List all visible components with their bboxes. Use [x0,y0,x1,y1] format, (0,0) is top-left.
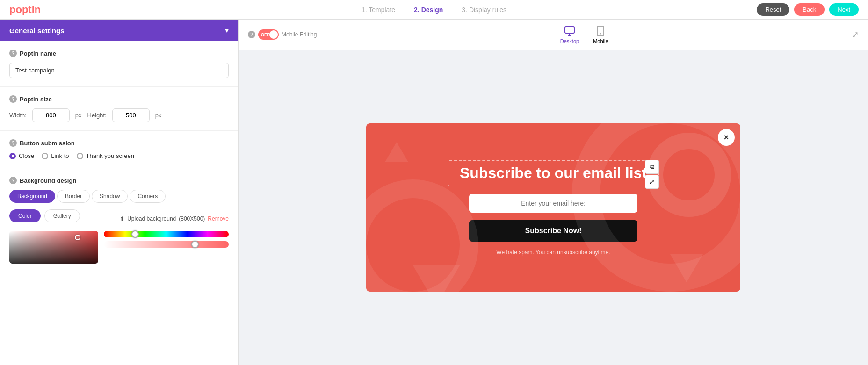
color-sliders [104,231,229,248]
desktop-btn[interactable]: Desktop [560,25,579,44]
deco-tri-3 [385,142,408,162]
logo-text: poptin [9,4,41,15]
height-unit: px [155,112,162,119]
color-gallery-upload-row: Color Gallery ⬆ Upload background (800X5… [9,209,229,228]
rainbow-slider[interactable] [104,231,229,237]
button-submission-section: ? Button submission Close Link to Thank … [0,131,238,168]
remove-label[interactable]: Remove [208,215,229,222]
help-icon-size[interactable]: ? [9,95,17,103]
collapse-icon[interactable]: ▾ [225,26,229,35]
step-2: 2. Design [414,6,443,14]
panel-title: General settings [9,27,65,35]
reset-button[interactable]: Reset [757,3,789,16]
nav-buttons: Reset Back Next [757,3,859,16]
popup-title: Subscribe to our email list [460,165,647,182]
size-row: Width: px Height: px [9,108,229,122]
step-1: 1. Template [362,6,395,14]
opacity-handle[interactable] [191,241,199,248]
height-input[interactable] [112,108,150,122]
toggle-off-label: OFF [261,32,269,37]
main-layout: General settings ▾ ? Poptin name ? Popti… [0,20,868,365]
upload-icon: ⬆ [120,215,124,222]
desktop-label: Desktop [560,38,579,44]
help-icon-name[interactable]: ? [9,50,17,57]
logo: poptin [9,4,41,16]
deco-tri-1 [413,265,460,292]
width-label: Width: [9,112,27,119]
width-unit: px [75,112,82,119]
tab-border[interactable]: Border [57,190,90,203]
tab-corners[interactable]: Corners [130,190,166,203]
color-button[interactable]: Color [9,209,41,222]
popup-container: × Subscribe to our email list ⧉ ⤢ Subscr… [366,123,740,292]
upload-label: Upload background [127,215,176,222]
close-icon: × [724,133,729,143]
tab-background[interactable]: Background [9,190,55,203]
fine-print: We hate spam. You can unsubscribe anytim… [496,249,610,256]
panel-header: General settings ▾ [0,20,238,41]
poptin-size-section: ? Poptin size Width: px Height: px [0,87,238,131]
device-buttons: Desktop Mobile [560,25,608,44]
email-input[interactable] [469,194,637,213]
mobile-label: Mobile [593,38,608,44]
mobile-editing-row: ? OFF Mobile Editing [248,29,317,40]
svg-rect-0 [565,27,574,33]
poptin-name-section: ? Poptin name [0,41,238,87]
opacity-slider[interactable] [104,241,229,248]
right-panel: ? OFF Mobile Editing Desktop [239,20,868,365]
deco-tri-2 [670,254,703,282]
expand-icon[interactable]: ⤢ [852,29,859,40]
steps: 1. Template 2. Design 3. Display rules [362,6,506,14]
color-gradient[interactable] [9,231,98,264]
radio-thank-you[interactable]: Thank you screen [77,152,134,159]
popup-action-buttons: ⧉ ⤢ [645,160,659,189]
help-icon-btn[interactable]: ? [9,139,17,147]
bg-design-label: ? Background design [9,177,229,184]
button-submission-label: ? Button submission [9,139,229,147]
radio-close[interactable]: Close [9,152,34,159]
color-gallery-row: Color Gallery [9,209,80,222]
gradient-handle[interactable] [75,235,80,240]
popup-close-button[interactable]: × [718,129,735,146]
preview-toolbar: ? OFF Mobile Editing Desktop [239,20,868,50]
upload-size: (800X500) [179,215,205,222]
toggle-knob [269,30,278,39]
popup-title-wrapper: Subscribe to our email list ⧉ ⤢ [448,160,659,186]
color-picker-area [9,231,229,264]
top-nav: poptin 1. Template 2. Design 3. Display … [0,0,868,20]
width-input[interactable] [32,108,70,122]
popup-copy-button[interactable]: ⧉ [645,160,659,174]
gallery-button[interactable]: Gallery [44,209,80,222]
poptin-name-label: ? Poptin name [9,50,229,57]
background-design-section: ? Background design Background Border Sh… [0,168,238,272]
back-button[interactable]: Back [794,3,825,16]
poptin-size-label: ? Poptin size [9,95,229,103]
mobile-toggle[interactable]: OFF [258,29,279,40]
radio-link-to[interactable]: Link to [42,152,69,159]
upload-row[interactable]: ⬆ Upload background (800X500) Remove [120,215,229,222]
tab-shadow[interactable]: Shadow [92,190,128,203]
poptin-name-input[interactable] [9,63,229,78]
left-panel: General settings ▾ ? Poptin name ? Popti… [0,20,239,365]
preview-canvas: × Subscribe to our email list ⧉ ⤢ Subscr… [239,50,868,365]
help-icon-mobile[interactable]: ? [248,31,255,38]
mobile-editing-label: Mobile Editing [282,31,317,38]
rainbow-handle[interactable] [131,230,139,238]
help-icon-bg[interactable]: ? [9,177,17,184]
radio-group: Close Link to Thank you screen [9,152,229,159]
submit-button[interactable]: Subscribe Now! [469,220,637,242]
mobile-btn[interactable]: Mobile [593,25,608,44]
next-button[interactable]: Next [829,3,859,16]
bg-tabs: Background Border Shadow Corners [9,190,229,203]
step-3: 3. Display rules [462,6,506,14]
popup-expand-button[interactable]: ⤢ [645,175,659,189]
height-label: Height: [87,112,107,119]
deco-circle-1 [647,133,731,217]
